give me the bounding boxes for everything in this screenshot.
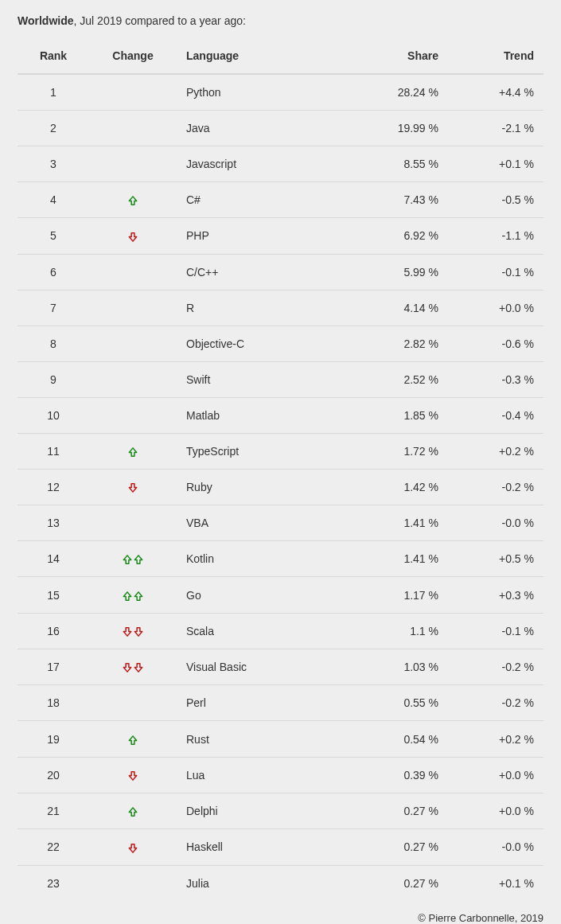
cell-share: 1.17 % [353,577,448,613]
table-row: 9Swift2.52 %-0.3 % [18,361,543,397]
table-row: 21Delphi0.27 %+0.0 % [18,793,543,828]
cell-trend: -0.1 % [448,613,543,649]
cell-language: R [177,290,353,326]
cell-rank: 23 [18,865,89,901]
cell-change [89,613,177,649]
cell-share: 0.27 % [353,793,448,828]
table-row: 5PHP6.92 %-1.1 % [18,218,543,254]
arrow-down-icon [127,481,138,493]
cell-trend: +0.1 % [448,865,543,901]
arrow-up-icon [127,445,138,458]
cell-language: Lua [177,757,353,793]
table-row: 13VBA1.41 %-0.0 % [18,505,543,541]
cell-change [89,721,177,757]
cell-share: 1.72 % [353,433,448,469]
arrow-up-icon [133,588,144,601]
cell-share: 28.24 % [353,74,448,111]
cell-trend: +0.0 % [448,757,543,793]
cell-share: 1.85 % [353,397,448,433]
cell-language: VBA [177,505,353,541]
cell-rank: 6 [18,254,89,290]
cell-language: Kotlin [177,541,353,577]
arrow-up-icon [127,732,138,745]
cell-rank: 16 [18,613,89,649]
ranking-table: Rank Change Language Share Trend 1Python… [18,41,543,901]
col-share: Share [353,41,448,74]
cell-trend: +0.2 % [448,433,543,469]
cell-change [89,505,177,541]
table-row: 1Python28.24 %+4.4 % [18,74,543,111]
cell-share: 7.43 % [353,182,448,218]
cell-language: C/C++ [177,254,353,290]
cell-rank: 4 [18,182,89,218]
table-row: 12Ruby1.42 %-0.2 % [18,469,543,505]
table-row: 11TypeScript1.72 %+0.2 % [18,433,543,469]
arrow-up-icon [127,193,138,206]
cell-rank: 18 [18,685,89,721]
cell-share: 0.39 % [353,757,448,793]
cell-language: PHP [177,218,353,254]
cell-language: Haskell [177,829,353,865]
cell-share: 19.99 % [353,111,448,146]
cell-language: Julia [177,865,353,901]
cell-share: 4.14 % [353,290,448,326]
arrow-down-icon [127,769,138,782]
table-row: 10Matlab1.85 %-0.4 % [18,397,543,433]
cell-change [89,685,177,721]
cell-language: Matlab [177,397,353,433]
cell-rank: 10 [18,397,89,433]
table-row: 15Go1.17 %+0.3 % [18,577,543,613]
cell-share: 0.55 % [353,685,448,721]
arrow-down-icon [122,661,133,673]
table-row: 8Objective-C2.82 %-0.6 % [18,326,543,361]
cell-change [89,865,177,901]
cell-share: 1.41 % [353,541,448,577]
cell-language: Javascript [177,146,353,182]
cell-change [89,541,177,577]
cell-language: Rust [177,721,353,757]
cell-change [89,254,177,290]
cell-rank: 11 [18,433,89,469]
cell-language: Delphi [177,793,353,828]
caption-period: , Jul 2019 compared to a year ago: [74,14,246,27]
cell-rank: 8 [18,326,89,361]
table-row: 2Java19.99 %-2.1 % [18,111,543,146]
cell-language: Python [177,74,353,111]
arrow-down-icon [133,661,144,673]
cell-rank: 19 [18,721,89,757]
cell-language: Scala [177,613,353,649]
table-row: 7R4.14 %+0.0 % [18,290,543,326]
table-row: 6C/C++5.99 %-0.1 % [18,254,543,290]
cell-change [89,290,177,326]
cell-trend: +0.5 % [448,541,543,577]
cell-trend: -0.6 % [448,326,543,361]
cell-rank: 21 [18,793,89,828]
copyright: © Pierre Carbonnelle, 2019 [18,912,543,924]
cell-change [89,74,177,111]
cell-trend: -0.3 % [448,361,543,397]
arrow-down-icon [127,229,138,242]
cell-change [89,649,177,685]
cell-rank: 5 [18,218,89,254]
arrow-down-icon [122,625,133,637]
cell-share: 5.99 % [353,254,448,290]
cell-change [89,146,177,182]
arrow-down-icon [127,840,138,853]
cell-language: Java [177,111,353,146]
cell-language: Visual Basic [177,649,353,685]
table-row: 4C#7.43 %-0.5 % [18,182,543,218]
arrow-up-icon [127,805,138,817]
cell-change [89,326,177,361]
cell-share: 6.92 % [353,218,448,254]
cell-rank: 3 [18,146,89,182]
cell-rank: 12 [18,469,89,505]
table-row: 14Kotlin1.41 %+0.5 % [18,541,543,577]
cell-trend: -0.2 % [448,469,543,505]
cell-share: 1.42 % [353,469,448,505]
cell-trend: -0.1 % [448,254,543,290]
col-rank: Rank [18,41,89,74]
cell-change [89,829,177,865]
table-row: 16Scala1.1 %-0.1 % [18,613,543,649]
header-row: Rank Change Language Share Trend [18,41,543,74]
table-row: 22Haskell0.27 %-0.0 % [18,829,543,865]
